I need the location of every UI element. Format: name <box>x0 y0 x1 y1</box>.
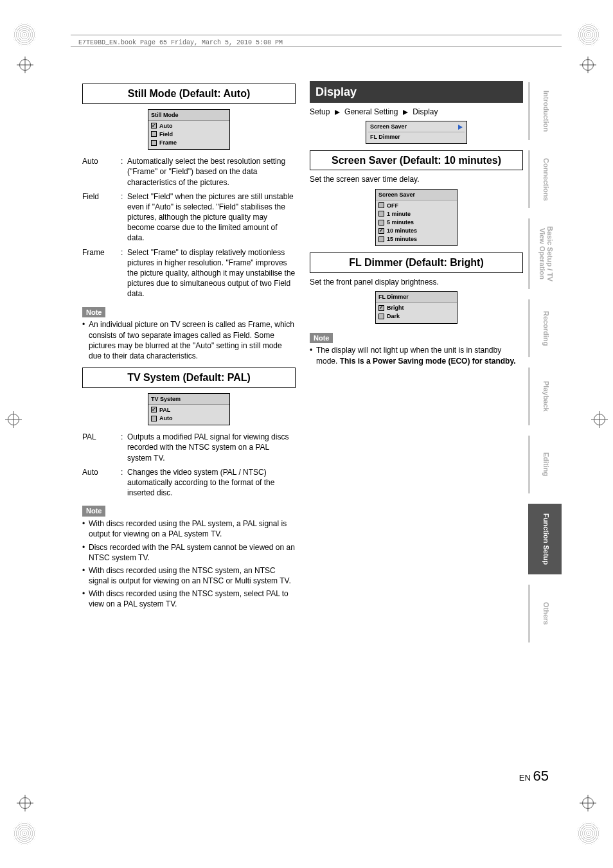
note-label: Note <box>82 307 105 318</box>
menu-option: ✓PAL <box>150 406 227 414</box>
menu-option-label: 10 minutes <box>387 227 417 235</box>
menu-option: ✓10 minutes <box>378 227 455 235</box>
menu-option: 15 minutes <box>378 235 455 243</box>
menu-option-label: Dark <box>387 312 400 320</box>
checkbox-icon <box>378 220 384 226</box>
definition-row: PAL:Outputs a modified PAL signal for vi… <box>82 432 296 463</box>
still-mode-menu-title: Still Mode <box>148 110 229 121</box>
fl-dimmer-lead: Set the front panel display brightness. <box>310 277 523 287</box>
definition-desc: Changes the video system (PAL / NTSC) au… <box>127 467 296 499</box>
breadcrumb-item: General Setting <box>344 107 398 116</box>
checkbox-icon <box>378 202 384 208</box>
sidebar-tab: Basic Setup / TV View Operation <box>528 218 562 289</box>
definition-desc: Outputs a modified PAL signal for viewin… <box>127 432 296 463</box>
menu-option-label: OFF <box>387 202 398 209</box>
screen-saver-menu: Screen Saver OFF1 minute5 minutes✓10 min… <box>375 189 458 247</box>
registration-mark-icon <box>17 57 33 73</box>
menu-option: ✓Bright <box>378 304 455 312</box>
checkbox-icon <box>151 140 157 146</box>
display-panel-item-label: FL Dimmer <box>370 133 400 141</box>
menu-option: ✓Auto <box>150 122 227 130</box>
still-mode-heading: Still Mode (Default: Auto) <box>82 84 296 104</box>
ornament-icon <box>577 23 600 46</box>
note-label: Note <box>82 506 105 517</box>
sidebar-tab: Introduction <box>528 82 562 140</box>
colon: : <box>121 247 127 299</box>
crop-rule-top <box>71 35 562 35</box>
menu-option: OFF <box>378 202 455 209</box>
checkbox-icon <box>151 416 157 421</box>
menu-option: 1 minute <box>378 210 455 218</box>
page-number-value: 65 <box>533 768 549 784</box>
checkbox-icon: ✓ <box>151 123 157 128</box>
definition-term: Auto <box>82 156 121 188</box>
menu-option-label: Auto <box>159 122 173 130</box>
menu-option-label: PAL <box>159 406 170 414</box>
sidebar-tab: Recording <box>528 299 562 357</box>
checkbox-icon: ✓ <box>378 228 384 234</box>
menu-option: Frame <box>150 139 227 146</box>
definition-term: Auto <box>82 467 121 499</box>
definition-row: Frame:Select "Frame" to display relative… <box>82 247 296 299</box>
colon: : <box>121 156 127 188</box>
menu-option: Auto <box>150 414 227 422</box>
breadcrumb-item: Setup <box>310 107 330 116</box>
menu-option-label: Field <box>159 130 173 138</box>
fl-dimmer-menu-title: FL Dimmer <box>376 292 457 303</box>
registration-mark-icon <box>591 411 608 428</box>
menu-option: Dark <box>378 312 455 320</box>
display-heading: Display <box>310 81 523 103</box>
sidebar-tab: Playback <box>528 368 562 425</box>
ornament-icon <box>13 23 36 46</box>
note-item: With discs recorded using the PAL system… <box>82 518 296 539</box>
tv-system-heading: TV System (Default: PAL) <box>82 368 296 388</box>
sidebar-tab: Others <box>528 585 562 642</box>
definition-term: Frame <box>82 247 121 299</box>
menu-option-label: 5 minutes <box>387 218 414 226</box>
fl-dimmer-heading: FL Dimmer (Default: Bright) <box>310 252 523 273</box>
ornament-icon <box>13 822 36 845</box>
screen-saver-menu-title: Screen Saver <box>376 190 457 200</box>
breadcrumb: Setup General Setting Display <box>310 107 523 117</box>
fl-dimmer-menu: FL Dimmer ✓BrightDark <box>375 291 458 323</box>
note-item: With discs recorded using the NTSC syste… <box>82 589 296 609</box>
note-item: Discs recorded with the PAL system canno… <box>82 542 296 563</box>
definition-desc: Select "Frame" to display relatively mot… <box>127 247 296 299</box>
menu-option: 5 minutes <box>378 218 455 226</box>
crop-header-text: E7TE0BD_EN.book Page 65 Friday, March 5,… <box>78 39 283 48</box>
definition-term: PAL <box>82 432 121 463</box>
tv-system-menu: TV System ✓PALAuto <box>148 393 230 425</box>
page-lang: EN <box>519 773 531 783</box>
definition-row: Auto:Automatically select the best resol… <box>82 156 296 188</box>
colon: : <box>121 432 127 463</box>
note-item: The display will not light up when the u… <box>310 345 523 366</box>
definition-term: Field <box>82 191 121 244</box>
note-item: With discs recorded using the NTSC syste… <box>82 565 296 586</box>
registration-mark-icon <box>580 57 596 73</box>
registration-mark-icon <box>5 411 22 428</box>
arrow-right-icon <box>403 110 408 115</box>
breadcrumb-item: Display <box>413 107 438 116</box>
ornament-icon <box>577 822 600 845</box>
display-panel-row: Screen Saver <box>368 122 465 132</box>
menu-option-label: Bright <box>387 304 404 312</box>
arrow-right-icon <box>335 110 340 115</box>
note-label: Note <box>310 333 333 344</box>
menu-option-label: Frame <box>159 139 177 146</box>
checkbox-icon <box>151 131 157 137</box>
registration-mark-icon <box>17 795 33 811</box>
display-panel: Screen Saver FL Dimmer <box>366 121 467 143</box>
display-panel-row: FL Dimmer <box>368 132 465 141</box>
definition-desc: Select "Field" when the pictures are sti… <box>127 191 296 244</box>
screen-saver-heading: Screen Saver (Default: 10 minutes) <box>310 150 523 171</box>
colon: : <box>121 467 127 499</box>
sidebar-tab: Editing <box>528 436 562 493</box>
menu-option: Field <box>150 130 227 138</box>
colon: : <box>121 191 127 244</box>
sidebar-tab: Function Setup <box>528 504 562 574</box>
checkbox-icon <box>378 314 384 319</box>
checkbox-icon <box>378 236 384 242</box>
sidebar-tab: Connections <box>528 150 562 208</box>
checkbox-icon: ✓ <box>151 407 157 412</box>
page-number: EN 65 <box>519 766 549 786</box>
